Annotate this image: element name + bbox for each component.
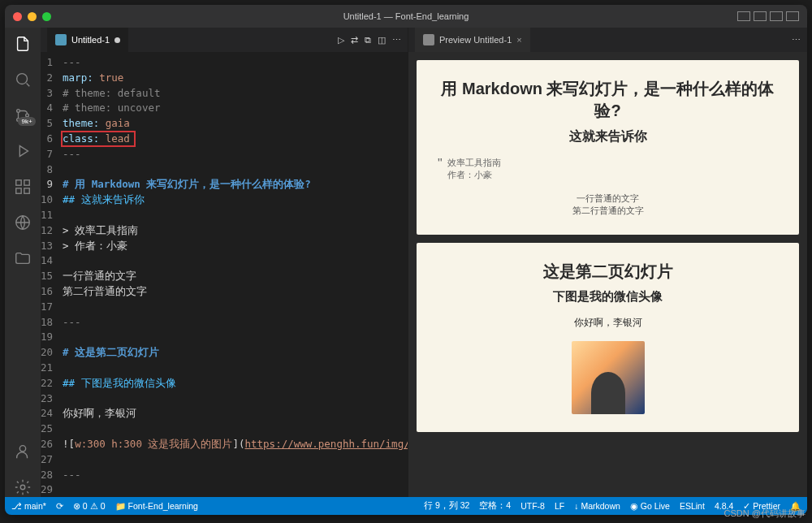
watermark: CSDN @代码讲故事 (724, 508, 806, 520)
extensions-icon[interactable] (13, 177, 32, 197)
tab-untitled[interactable]: Untitled-1 (47, 28, 128, 52)
slide2-greet: 你好啊，李银河 (436, 316, 780, 330)
panel-toggle-right-icon[interactable] (770, 11, 783, 21)
unsaved-dot-icon (114, 37, 120, 43)
svg-rect-7 (24, 188, 29, 193)
preview-actions: ⋯ (792, 35, 801, 45)
search-icon[interactable] (13, 70, 32, 89)
account-icon[interactable] (13, 442, 32, 461)
status-sync[interactable]: ⟳ (56, 501, 63, 511)
panel-toggle-bottom-icon[interactable] (754, 11, 767, 21)
svg-rect-6 (16, 188, 21, 193)
compare-icon[interactable]: ⇄ (351, 35, 358, 45)
slide-1: 用 Markdown 来写幻灯片，是一种什么样的体验? 这就来告诉你 效率工具指… (417, 60, 799, 235)
statusbar: ⎇ main* ⟳ ⊗ 0 ⚠ 0 📁 Font-End_learning 行 … (5, 497, 807, 515)
slide1-quote: 效率工具指南 作者：小豪 (447, 157, 780, 181)
remote-icon[interactable] (13, 213, 32, 232)
source-control-icon[interactable]: 9k+ (13, 106, 32, 125)
editor-body[interactable]: 1234567891011121314151617181920212223242… (41, 52, 408, 497)
window-controls (13, 12, 51, 21)
app-window: Untitled-1 — Font-End_learning 9k+ (5, 5, 807, 515)
slide1-title: 用 Markdown 来写幻灯片，是一种什么样的体验? (436, 78, 780, 122)
preview-pane: Preview Untitled-1 × ⋯ 用 Markdown 来写幻灯片，… (408, 28, 807, 497)
titlebar: Untitled-1 — Font-End_learning (5, 5, 807, 28)
svg-rect-5 (24, 180, 29, 185)
status-branch[interactable]: ⎇ main* (11, 501, 46, 511)
markdown-file-icon (55, 34, 67, 45)
preview-file-icon (423, 34, 434, 45)
folder-open-icon[interactable] (13, 249, 32, 268)
status-spaces[interactable]: 空格：4 (479, 500, 511, 512)
slide2-image (572, 341, 645, 414)
svg-point-10 (20, 485, 25, 490)
svg-point-1 (17, 110, 20, 113)
maximize-icon[interactable] (42, 12, 51, 21)
slide2-subtitle: 下图是我的微信头像 (436, 289, 780, 305)
open-preview-icon[interactable]: ⧉ (365, 35, 371, 45)
editor-actions: ▷ ⇄ ⧉ ◫ ⋯ (338, 35, 401, 45)
tab-preview[interactable]: Preview Untitled-1 × (415, 28, 530, 52)
slide1-text1: 一行普通的文字 (436, 192, 780, 205)
run-debug-icon[interactable] (13, 141, 32, 161)
explorer-icon[interactable] (13, 34, 32, 54)
status-golive[interactable]: ◉ Go Live (630, 500, 670, 512)
more-icon[interactable]: ⋯ (392, 35, 401, 45)
tab-label: Preview Untitled-1 (439, 35, 512, 45)
editor-pane: Untitled-1 ▷ ⇄ ⧉ ◫ ⋯ 1234567891011121314… (41, 28, 408, 497)
svg-point-9 (19, 446, 25, 452)
status-folder[interactable]: 📁 Font-End_learning (115, 501, 198, 512)
line-gutter: 1234567891011121314151617181920212223242… (41, 52, 63, 497)
panel-toggle-left-icon[interactable] (737, 11, 750, 21)
status-encoding[interactable]: UTF-8 (520, 500, 545, 512)
slide-2: 这是第二页幻灯片 下图是我的微信头像 你好啊，李银河 (417, 243, 799, 432)
preview-body[interactable]: 用 Markdown 来写幻灯片，是一种什么样的体验? 这就来告诉你 效率工具指… (408, 52, 807, 497)
slide2-title: 这是第二页幻灯片 (436, 261, 780, 283)
close-icon[interactable]: × (516, 35, 521, 45)
slide1-subtitle: 这就来告诉你 (436, 128, 780, 145)
layout-controls (737, 11, 799, 21)
minimize-icon[interactable] (28, 12, 37, 21)
gear-icon[interactable] (13, 478, 32, 497)
svg-rect-4 (16, 180, 21, 185)
window-title: Untitled-1 — Font-End_learning (343, 11, 469, 21)
more-icon[interactable]: ⋯ (792, 35, 801, 45)
status-problems[interactable]: ⊗ 0 ⚠ 0 (73, 501, 106, 511)
preview-tabbar: Preview Untitled-1 × ⋯ (408, 28, 807, 52)
status-language[interactable]: ↓ Markdown (574, 500, 620, 512)
content-area: Untitled-1 ▷ ⇄ ⧉ ◫ ⋯ 1234567891011121314… (41, 28, 807, 497)
split-icon[interactable]: ◫ (378, 35, 386, 45)
status-eol[interactable]: LF (555, 500, 564, 512)
scm-badge: 9k+ (18, 117, 35, 126)
close-icon[interactable] (13, 12, 22, 21)
status-lncol[interactable]: 行 9，列 32 (424, 500, 469, 512)
status-eslint[interactable]: ESLint (680, 500, 705, 512)
svg-point-0 (17, 74, 28, 84)
code-area[interactable]: ---marp: true# theme: default# theme: un… (63, 52, 408, 497)
tab-label: Untitled-1 (71, 35, 110, 45)
layout-customize-icon[interactable] (786, 11, 799, 21)
main-area: 9k+ Untitled-1 ▷ ⇄ (5, 28, 807, 497)
slide1-text2: 第二行普通的文字 (436, 205, 780, 217)
run-icon[interactable]: ▷ (338, 35, 344, 45)
activity-bar: 9k+ (5, 28, 41, 497)
editor-tabbar: Untitled-1 ▷ ⇄ ⧉ ◫ ⋯ (41, 28, 408, 52)
